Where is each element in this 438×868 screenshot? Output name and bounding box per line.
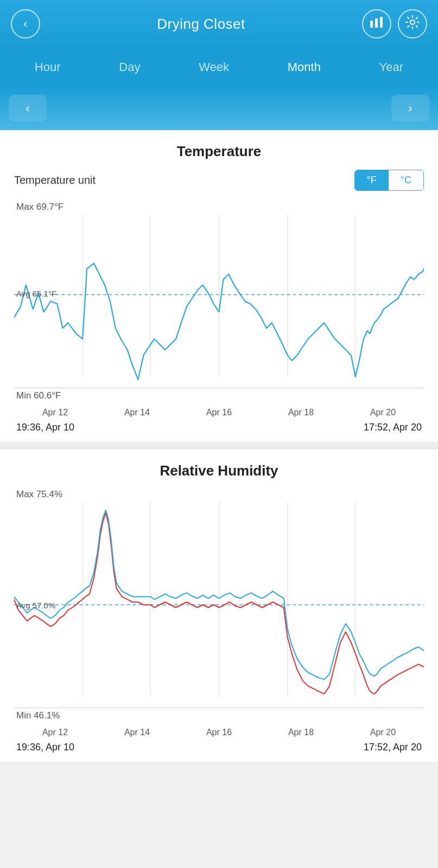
unit-label: Temperature unit: [14, 174, 96, 187]
hum-end-time: 17:52, Apr 20: [364, 742, 422, 753]
prev-icon: ‹: [26, 101, 29, 115]
temp-date-3: Apr 16: [206, 408, 232, 417]
hum-date-1: Apr 12: [42, 728, 68, 737]
temp-max: Max 69.7°F: [14, 202, 424, 213]
unit-celsius-button[interactable]: °C: [389, 170, 423, 190]
temperature-section: Temperature Temperature unit °F °C Max 6…: [0, 130, 438, 442]
humidity-dates: Apr 12 Apr 14 Apr 16 Apr 18 Apr 20: [14, 723, 424, 740]
next-button[interactable]: ›: [391, 95, 429, 122]
tab-month[interactable]: Month: [277, 55, 332, 80]
svg-rect-2: [380, 17, 383, 28]
prev-button[interactable]: ‹: [9, 95, 47, 122]
temp-end-time: 17:52, Apr 20: [364, 422, 422, 433]
temp-date-5: Apr 20: [370, 408, 396, 417]
tab-bar: Hour Day Week Month Year: [0, 48, 438, 87]
temp-date-1: Apr 12: [42, 408, 68, 417]
header: ‹ Drying Closet: [0, 0, 438, 48]
unit-row: Temperature unit °F °C: [9, 170, 429, 191]
section-divider: [0, 442, 438, 449]
temperature-title: Temperature: [9, 143, 429, 160]
back-button[interactable]: ‹: [11, 9, 40, 38]
svg-rect-1: [375, 18, 378, 28]
page-title: Drying Closet: [157, 16, 245, 33]
temp-date-4: Apr 18: [288, 408, 314, 417]
next-icon: ›: [408, 101, 412, 115]
humidity-avg: Avg 57.0%: [16, 601, 55, 610]
hum-date-5: Apr 20: [370, 728, 396, 737]
settings-button[interactable]: [398, 9, 427, 38]
tab-week[interactable]: Week: [188, 55, 240, 80]
humidity-chart: Avg 57.0%: [14, 502, 424, 708]
temperature-dates: Apr 12 Apr 14 Apr 16 Apr 18 Apr 20: [14, 403, 424, 420]
svg-point-3: [410, 20, 415, 24]
unit-toggle: °F °C: [354, 170, 424, 191]
humidity-chart-container: Max 75.4% Avg 57.0%: [9, 489, 429, 753]
humidity-section: Relative Humidity Max 75.4% Avg 57.0%: [0, 449, 438, 762]
temperature-chart-container: Max 69.7°F Avg 65.1°F Min 60.6°F: [9, 202, 429, 433]
hum-date-2: Apr 14: [124, 728, 150, 737]
header-actions: [362, 9, 427, 38]
tab-year[interactable]: Year: [369, 55, 414, 80]
humidity-max: Max 75.4%: [14, 489, 424, 500]
hum-date-3: Apr 16: [206, 728, 232, 737]
chart-button[interactable]: [362, 9, 391, 38]
unit-fahrenheit-button[interactable]: °F: [355, 170, 389, 190]
temp-avg: Avg 65.1°F: [16, 289, 56, 298]
temperature-chart: Avg 65.1°F: [14, 215, 424, 388]
chart-icon: [370, 16, 384, 31]
nav-row: ‹ ›: [0, 87, 438, 130]
humidity-title: Relative Humidity: [9, 462, 429, 479]
temp-start-time: 19:36, Apr 10: [16, 422, 74, 433]
humidity-timestamps: 19:36, Apr 10 17:52, Apr 20: [14, 740, 424, 753]
humidity-min: Min 46.1%: [14, 710, 424, 721]
temp-min: Min 60.6°F: [14, 390, 424, 401]
tab-hour[interactable]: Hour: [24, 55, 72, 80]
back-icon: ‹: [23, 17, 27, 31]
hum-start-time: 19:36, Apr 10: [16, 742, 74, 753]
temperature-timestamps: 19:36, Apr 10 17:52, Apr 20: [14, 420, 424, 433]
hum-date-4: Apr 18: [288, 728, 314, 737]
tab-day[interactable]: Day: [108, 55, 151, 80]
temp-date-2: Apr 14: [124, 408, 150, 417]
svg-rect-0: [370, 21, 373, 28]
settings-icon: [405, 15, 420, 33]
